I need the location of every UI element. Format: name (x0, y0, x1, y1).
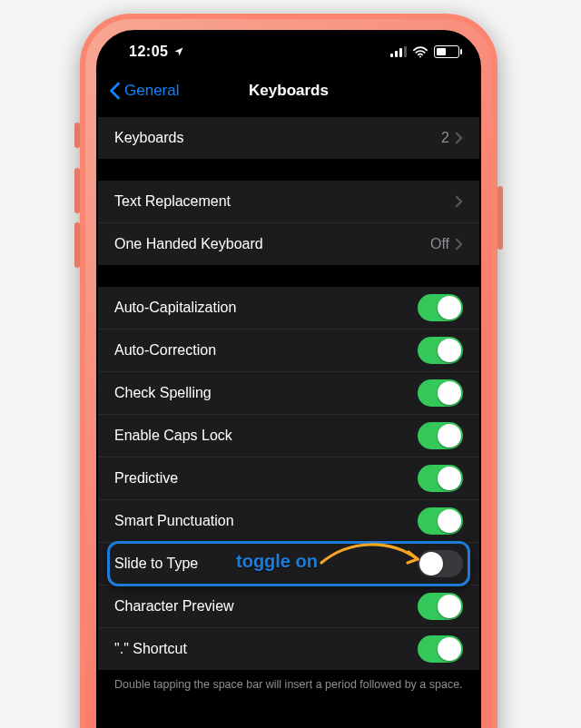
toggle-slide-to-type[interactable] (418, 550, 463, 577)
row-predictive: Predictive (98, 457, 479, 500)
toggle-auto-correction[interactable] (418, 337, 463, 364)
chevron-right-icon (455, 195, 463, 208)
row-keyboards[interactable]: Keyboards 2 (98, 117, 479, 159)
row-label: Auto-Capitalization (114, 300, 418, 316)
row-label: Slide to Type (114, 556, 418, 572)
back-label: General (124, 82, 179, 100)
svg-point-0 (419, 55, 421, 57)
row-check-spelling: Check Spelling (98, 372, 479, 415)
volume-up-button (74, 168, 80, 213)
toggle-check-spelling[interactable] (418, 379, 463, 407)
screen: 12:05 (96, 30, 481, 728)
row-slide-to-type: Slide to Type toggle on (98, 543, 479, 585)
back-button[interactable]: General (109, 82, 179, 100)
notch (207, 32, 370, 57)
nav-bar: General Keyboards (98, 72, 479, 110)
row-smart-punctuation: Smart Punctuation (98, 500, 479, 543)
section-keyboard-options: Auto-Capitalization Auto-Correction Chec… (98, 287, 479, 670)
battery-icon (434, 45, 459, 58)
row-label: One Handed Keyboard (114, 236, 430, 252)
row-value: Off (430, 236, 449, 252)
row-auto-capitalization: Auto-Capitalization (98, 287, 479, 330)
row-text-replacement[interactable]: Text Replacement (98, 181, 479, 223)
section-footer: Double tapping the space bar will insert… (98, 670, 479, 693)
row-label: Smart Punctuation (114, 513, 418, 529)
row-label: Predictive (114, 470, 418, 487)
row-label: Keyboards (114, 130, 441, 146)
row-label: "." Shortcut (114, 641, 418, 657)
phone-frame: 12:05 (80, 14, 497, 728)
toggle-predictive[interactable] (418, 465, 463, 492)
chevron-left-icon (109, 82, 121, 100)
row-label: Check Spelling (114, 385, 418, 401)
row-one-handed-keyboard[interactable]: One Handed Keyboard Off (98, 223, 479, 265)
side-button (497, 186, 503, 250)
row-label: Character Preview (114, 598, 418, 615)
page-title: Keyboards (249, 82, 329, 100)
toggle-enable-caps-lock[interactable] (418, 422, 463, 449)
row-value: 2 (441, 130, 449, 146)
volume-down-button (74, 222, 80, 268)
section-keyboards: Keyboards 2 (98, 117, 479, 159)
row-auto-correction: Auto-Correction (98, 330, 479, 372)
row-label: Enable Caps Lock (114, 428, 418, 444)
toggle-smart-punctuation[interactable] (418, 507, 463, 535)
row-period-shortcut: "." Shortcut (98, 628, 479, 670)
toggle-character-preview[interactable] (418, 593, 463, 620)
status-time: 12:05 (129, 44, 168, 60)
chevron-right-icon (455, 238, 463, 251)
row-enable-caps-lock: Enable Caps Lock (98, 415, 479, 457)
chevron-right-icon (455, 132, 463, 144)
mute-switch (74, 123, 80, 148)
toggle-period-shortcut[interactable] (418, 635, 463, 663)
cellular-signal-icon (390, 46, 407, 57)
row-character-preview: Character Preview (98, 585, 479, 628)
row-label: Text Replacement (114, 193, 455, 210)
section-text-entry: Text Replacement One Handed Keyboard Off (98, 181, 479, 265)
row-label: Auto-Correction (114, 342, 418, 359)
location-icon (173, 46, 184, 57)
wifi-icon (412, 46, 428, 58)
toggle-auto-capitalization[interactable] (418, 294, 463, 321)
